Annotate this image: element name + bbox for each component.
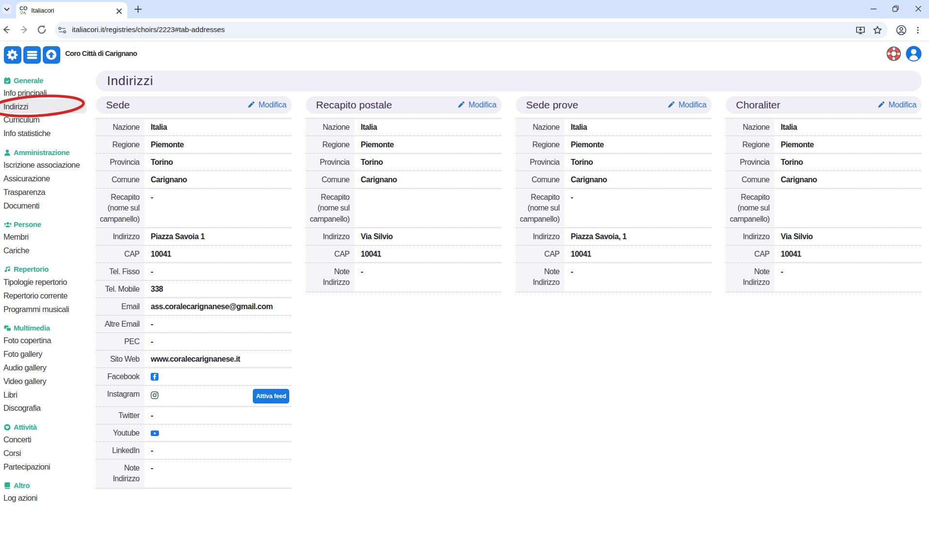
svg-text:CO: CO: [19, 5, 28, 11]
